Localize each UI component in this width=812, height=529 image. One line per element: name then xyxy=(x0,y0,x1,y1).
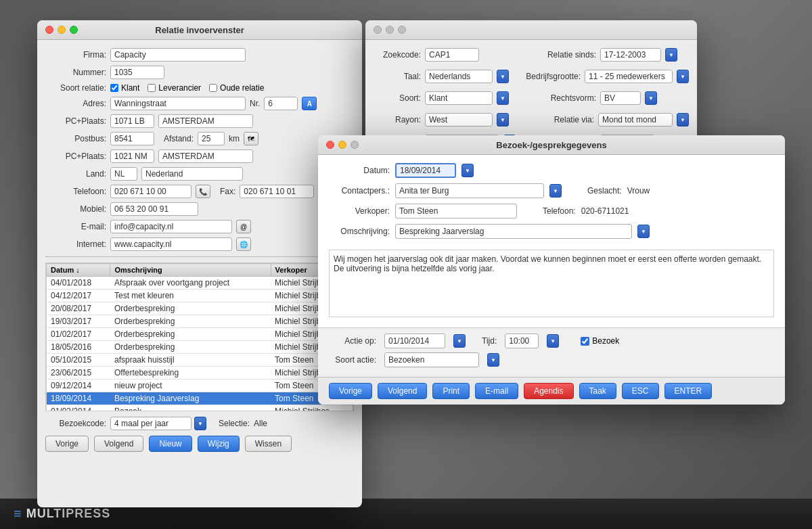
nieuw-button[interactable]: Nieuw xyxy=(149,436,191,452)
rayon-input[interactable] xyxy=(425,113,493,127)
relatie-sinds-dropdown[interactable]: ▼ xyxy=(665,48,677,62)
bedrijfsgrootte-input[interactable] xyxy=(585,70,673,83)
mobiel-input[interactable] xyxy=(110,202,198,216)
table-row[interactable]: 05/10/2015afspraak huisstijlTom Steen xyxy=(47,354,353,367)
volgend-button[interactable]: Volgend xyxy=(94,436,143,452)
bezoek-print-btn[interactable]: Print xyxy=(432,383,470,399)
rechtsvorm-dropdown[interactable]: ▼ xyxy=(645,91,657,105)
wijzig-button[interactable]: Wijzig xyxy=(198,436,240,452)
table-cell-omschrijving: afspraak huisstijl xyxy=(110,354,271,367)
land-code-input[interactable] xyxy=(110,167,137,181)
email-icon-btn[interactable]: @ xyxy=(236,220,251,233)
table-cell-omschrijving: Afspraak over voortgang project xyxy=(110,277,271,290)
table-row[interactable]: 04/12/2017Test met kleurenMichiel Strijb… xyxy=(47,290,353,302)
bezoek-check-label[interactable]: Bezoek xyxy=(581,336,619,346)
tijd-dropdown[interactable]: ▼ xyxy=(547,334,559,348)
bezoek-close-btn[interactable] xyxy=(326,141,334,149)
table-cell-datum: 19/03/2017 xyxy=(47,315,110,328)
adres-lookup-btn[interactable]: A xyxy=(302,97,317,110)
nummer-input[interactable] xyxy=(110,66,164,79)
fax-input[interactable] xyxy=(240,185,314,198)
soort-actie-dropdown[interactable]: ▼ xyxy=(487,353,499,367)
plaats-postbus-input[interactable] xyxy=(158,150,253,163)
geslacht-label: Geslacht: xyxy=(587,186,622,196)
maximize-button[interactable] xyxy=(70,26,78,34)
omschrijving-input[interactable] xyxy=(395,224,632,239)
relatie-via-input[interactable] xyxy=(598,113,673,127)
bezoek-agendis-btn[interactable]: Agendis xyxy=(524,383,573,399)
omschrijving-dropdown-btn[interactable]: ▼ xyxy=(637,225,650,238)
bezoek-esc-btn[interactable]: ESC xyxy=(622,383,659,399)
table-row[interactable]: 01/02/2014BezoekMichiel Strijbos xyxy=(47,405,353,412)
tel-icon-btn[interactable]: 📞 xyxy=(196,185,210,198)
adres-input[interactable] xyxy=(110,97,246,110)
notes-textarea[interactable]: Wij mogen het jaarverslag ook dit jaar m… xyxy=(329,250,774,317)
datum-dropdown-btn[interactable]: ▼ xyxy=(461,164,474,177)
contactpers-dropdown-btn[interactable]: ▼ xyxy=(549,184,562,198)
bedrijfsgrootte-dropdown[interactable]: ▼ xyxy=(677,70,689,83)
leverancier-checkbox[interactable] xyxy=(148,84,156,92)
bezoek-email-btn[interactable]: E-mail xyxy=(475,383,518,399)
pc-input[interactable] xyxy=(110,114,154,128)
actie-op-input[interactable] xyxy=(384,334,445,348)
table-row[interactable]: 18/09/2014Bespreking JaarverslagTom Stee… xyxy=(47,392,353,405)
bezoekcode-input[interactable] xyxy=(110,417,191,430)
internet-input[interactable] xyxy=(110,237,232,251)
afstand-input[interactable] xyxy=(198,132,225,145)
bezoek-checkbox[interactable] xyxy=(581,337,589,346)
rechtsvorm-input[interactable] xyxy=(600,91,641,105)
tijd-input[interactable] xyxy=(505,334,539,348)
close-button[interactable] xyxy=(45,26,53,34)
klant-checkbox[interactable] xyxy=(110,84,118,92)
soort-dropdown[interactable]: ▼ xyxy=(497,91,509,105)
table-row[interactable]: 09/12/2014nieuw projectTom Steen xyxy=(47,380,353,392)
bezoek-telefoon-value: 020-6711021 xyxy=(581,206,629,216)
table-row[interactable]: 01/02/2017OrderbesprekingMichiel Strijbo… xyxy=(47,328,353,341)
table-row[interactable]: 19/03/2017OrderbesprekingMichiel Strijbo… xyxy=(47,315,353,328)
col-omschrijving-header[interactable]: Omschrijving xyxy=(110,264,271,277)
taal-input[interactable] xyxy=(425,70,493,83)
zoekcode-input[interactable] xyxy=(425,48,479,62)
wissen-button[interactable]: Wissen xyxy=(245,436,292,452)
klant-checkbox-label[interactable]: Klant xyxy=(110,83,139,93)
bezoek-taak-btn[interactable]: Taak xyxy=(579,383,616,399)
bezoek-vorige-btn[interactable]: Vorige xyxy=(329,383,372,399)
bezoek-datum-input[interactable] xyxy=(395,163,456,178)
soort-input[interactable] xyxy=(425,91,493,105)
vorige-button[interactable]: Vorige xyxy=(45,436,89,452)
taal-dropdown[interactable]: ▼ xyxy=(497,70,509,83)
nr-input[interactable] xyxy=(264,97,298,110)
internet-icon-btn[interactable]: 🌐 xyxy=(236,237,251,251)
bezoek-volgend-btn[interactable]: Volgend xyxy=(378,383,427,399)
table-cell-omschrijving: nieuw project xyxy=(110,380,271,392)
plaats-input[interactable] xyxy=(158,114,253,128)
col-datum-header[interactable]: Datum ↓ xyxy=(47,264,110,277)
email-input[interactable] xyxy=(110,220,232,233)
relatie-via-dropdown[interactable]: ▼ xyxy=(677,113,689,127)
bezoek-min-btn[interactable] xyxy=(338,141,346,149)
close-inactive xyxy=(374,26,382,34)
oude-relatie-checkbox[interactable] xyxy=(209,84,217,92)
bezoekcode-dropdown-btn[interactable]: ▼ xyxy=(194,417,206,430)
table-row[interactable]: 20/08/2017OrderbesprekingMichiel Strijbo… xyxy=(47,302,353,315)
geslacht-value: Vrouw xyxy=(627,186,650,196)
soort-actie-input[interactable] xyxy=(384,352,479,367)
relatie-sinds-input[interactable] xyxy=(600,48,661,62)
bezoek-enter-btn[interactable]: ENTER xyxy=(664,383,713,399)
map-btn[interactable]: 🗺 xyxy=(244,132,258,145)
oude-relatie-checkbox-label[interactable]: Oude relatie xyxy=(209,83,264,93)
postbus-input[interactable] xyxy=(110,132,154,145)
pc-postbus-input[interactable] xyxy=(110,150,154,163)
leverancier-checkbox-label[interactable]: Leverancier xyxy=(148,83,201,93)
table-row[interactable]: 04/01/2018Afspraak over voortgang projec… xyxy=(47,277,353,290)
firma-input[interactable] xyxy=(110,48,246,62)
rayon-dropdown[interactable]: ▼ xyxy=(497,113,509,127)
actie-op-dropdown[interactable]: ▼ xyxy=(453,334,466,348)
bezoek-verkoper-input[interactable] xyxy=(395,204,517,218)
contactpers-input[interactable] xyxy=(395,183,544,198)
minimize-button[interactable] xyxy=(58,26,66,34)
telefoon-input[interactable] xyxy=(110,185,191,198)
land-name-input[interactable] xyxy=(141,167,243,181)
table-row[interactable]: 18/05/2016OrderbesprekingMichiel Strijbo… xyxy=(47,341,353,354)
table-row[interactable]: 23/06/2015OffertebesprekingMichiel Strij… xyxy=(47,367,353,380)
